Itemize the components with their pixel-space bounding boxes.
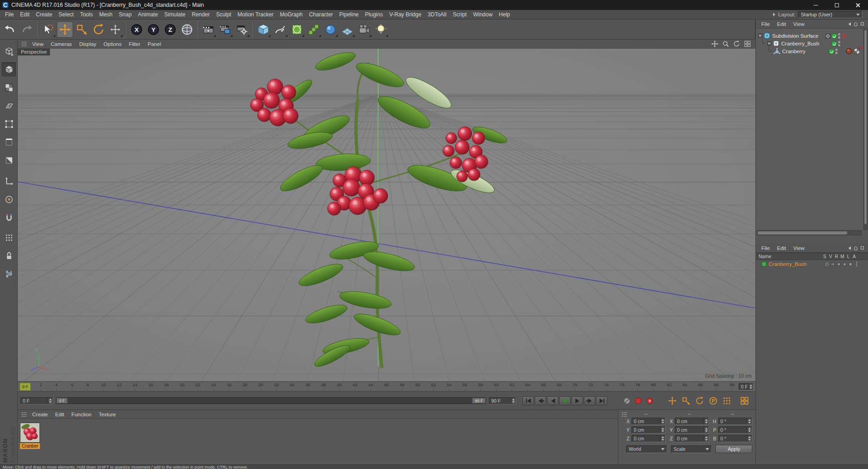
panel-grip-icon[interactable] (21, 412, 27, 417)
coordinate-mode-dropdown[interactable]: Scale (671, 445, 712, 453)
enable-snap-button[interactable] (2, 210, 16, 225)
timeline-tick-88[interactable]: 88 (711, 382, 721, 391)
timeline-tick-56[interactable]: 56 (460, 382, 470, 391)
object-manager-menu-file[interactable]: File (758, 20, 774, 29)
record-scale-button[interactable] (680, 395, 692, 406)
maximize-button[interactable] (826, 0, 847, 10)
object-manager-hscrollbar[interactable] (757, 230, 862, 235)
timeline-tick-84[interactable]: 84 (680, 382, 690, 391)
rotate-tool-button[interactable] (90, 21, 107, 38)
menu-help[interactable]: Help (496, 10, 513, 19)
menu-edit[interactable]: Edit (17, 10, 33, 19)
lock-workplane-button[interactable] (2, 249, 16, 263)
add-cube-button[interactable] (255, 21, 271, 38)
timeline-playhead[interactable]: 0 F (20, 383, 31, 391)
go-to-start-button[interactable] (523, 396, 534, 405)
keyframe-selection-button[interactable] (738, 395, 751, 406)
panel-back-icon[interactable] (848, 246, 851, 250)
spinner-icon[interactable] (660, 427, 665, 433)
panel-grip-icon[interactable] (621, 412, 627, 417)
timeline-tick-38[interactable]: 38 (319, 382, 329, 391)
menu-v-ray-bridge[interactable]: V-Ray Bridge (386, 10, 424, 19)
timeline-tick-28[interactable]: 28 (240, 382, 250, 391)
layer-manager-menu-view[interactable]: View (789, 244, 808, 253)
timeline-tick-78[interactable]: 78 (633, 382, 643, 391)
points-mode-button[interactable] (2, 117, 16, 131)
lock-z-axis-button[interactable]: Z (162, 21, 178, 38)
zoom-view-icon[interactable] (722, 40, 729, 47)
coord-field-rotation-b[interactable]: 0 ° (718, 435, 752, 442)
panel-menu-icon[interactable] (861, 22, 864, 25)
workplane-mode-button[interactable] (2, 99, 16, 113)
timeline-tick-74[interactable]: 74 (602, 382, 612, 391)
spinner-icon[interactable] (704, 427, 709, 433)
spinner-icon[interactable] (748, 384, 753, 390)
material-menu-edit[interactable]: Edit (52, 410, 68, 419)
undo-button[interactable] (2, 21, 18, 38)
spinner-icon[interactable] (704, 418, 709, 424)
record-position-button[interactable] (666, 395, 679, 406)
timeline-tick-24[interactable]: 24 (208, 382, 218, 391)
menu-animate[interactable]: Animate (135, 10, 161, 19)
record-parameter-button[interactable]: P (707, 395, 720, 406)
scrollbar-thumb[interactable] (864, 30, 867, 224)
menu-sculpt[interactable]: Sculpt (213, 10, 234, 19)
coord-field-size-y[interactable]: 0 cm (675, 426, 709, 434)
light-button[interactable] (373, 21, 389, 38)
range-start-grip[interactable]: 0 F (56, 398, 68, 404)
timeline-tick-66[interactable]: 66 (538, 382, 548, 391)
lock-x-axis-button[interactable]: X (128, 21, 145, 38)
current-frame-field[interactable]: 0 F (20, 397, 53, 404)
make-editable-button[interactable] (2, 44, 16, 58)
timeline-tick-34[interactable]: 34 (287, 382, 297, 391)
timeline-tick-6[interactable]: 6 (67, 382, 77, 391)
viewport-menu-cameras[interactable]: Cameras (47, 40, 76, 49)
coordinate-space-dropdown[interactable]: World (626, 445, 667, 453)
simulation-button[interactable] (322, 21, 339, 38)
expand-toggle-icon[interactable] (758, 34, 762, 38)
coord-field-size-x[interactable]: 0 cm (675, 418, 709, 425)
timeline-tick-80[interactable]: 80 (648, 382, 658, 391)
view-label[interactable]: Perspective (18, 49, 50, 55)
go-to-end-button[interactable] (596, 396, 607, 405)
coord-field-rotation-p[interactable]: 0 ° (718, 426, 752, 434)
end-frame-field[interactable]: 90 F (489, 397, 516, 404)
menu-mograph[interactable]: MoGraph (277, 10, 306, 19)
material-menu-function[interactable]: Function (68, 410, 95, 419)
coord-field-position-y[interactable]: 0 cm (631, 426, 666, 434)
enable-axis-button[interactable] (2, 174, 16, 188)
timeline-tick-48[interactable]: 48 (397, 382, 407, 391)
scale-tool-button[interactable] (74, 21, 90, 38)
coord-field-position-x[interactable]: 0 cm (631, 418, 666, 425)
spinner-icon[interactable] (48, 398, 53, 404)
timeline-tick-60[interactable]: 60 (491, 382, 501, 391)
layout-dropdown[interactable]: Startup (User) (798, 11, 863, 18)
timeline-tick-90[interactable]: 90 (727, 382, 737, 391)
go-to-next-key-button[interactable] (584, 396, 595, 405)
coord-field-size-z[interactable]: 0 cm (675, 435, 709, 442)
expand-toggle-icon[interactable] (767, 41, 771, 45)
material-name-label[interactable]: Cranber (20, 443, 40, 449)
layer-chip-icon[interactable] (825, 34, 830, 39)
timeline-tick-50[interactable]: 50 (413, 382, 423, 391)
timeline-tick-46[interactable]: 46 (381, 382, 391, 391)
spinner-icon[interactable] (660, 418, 665, 424)
timeline-tick-30[interactable]: 30 (256, 382, 266, 391)
disabled-cross-icon[interactable] (842, 34, 847, 39)
timeline-tick-52[interactable]: 52 (429, 382, 439, 391)
panel-menu-icon[interactable] (861, 246, 864, 249)
record-keyframe-button[interactable] (622, 396, 631, 405)
object-manager-vscrollbar[interactable] (863, 29, 868, 230)
material-tag-icon[interactable] (846, 48, 853, 55)
layer-manager-menu-file[interactable]: File (758, 244, 774, 253)
mograph-cloner-button[interactable] (306, 21, 322, 38)
layout-arrow-icon[interactable] (773, 13, 775, 16)
viewport-menu-display[interactable]: Display (75, 40, 100, 49)
timeline-tick-54[interactable]: 54 (444, 382, 454, 391)
freehand-spline-button[interactable] (272, 21, 288, 38)
play-forwards-button[interactable] (559, 396, 571, 405)
object-manager-menu-view[interactable]: View (789, 20, 808, 29)
timeline-tick-76[interactable]: 76 (617, 382, 627, 391)
viewport-menu-options[interactable]: Options (100, 40, 125, 49)
spinner-icon[interactable] (747, 435, 752, 442)
